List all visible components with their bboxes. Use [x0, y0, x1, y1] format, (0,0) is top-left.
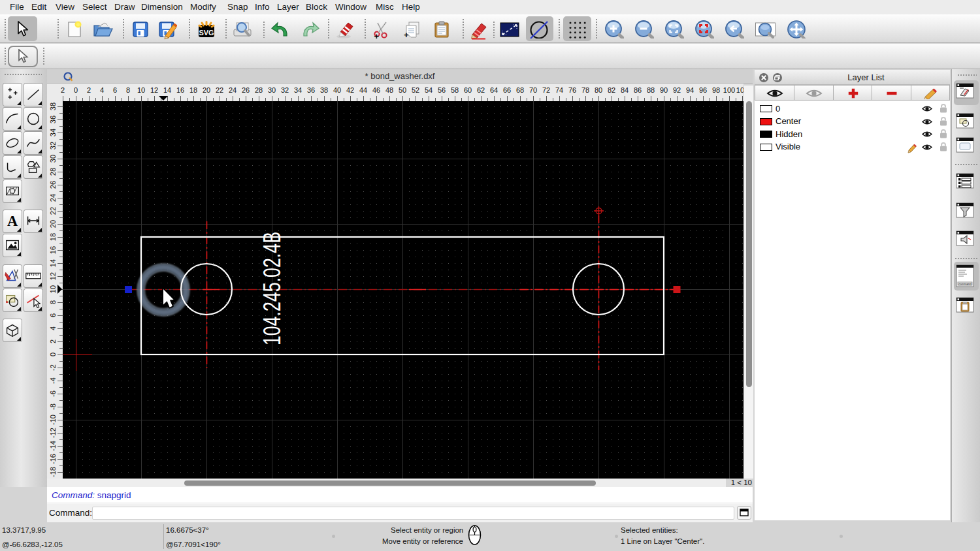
svg-text:+: +	[404, 30, 409, 39]
svg-text:4: 4	[100, 86, 104, 94]
svg-text:14: 14	[49, 259, 57, 267]
svg-text:42: 42	[346, 86, 354, 94]
svg-text:84: 84	[621, 86, 629, 94]
svg-text:78: 78	[581, 86, 589, 94]
svg-text:-6: -6	[49, 390, 57, 397]
svg-text:-4: -4	[49, 377, 57, 384]
svg-text:60: 60	[464, 86, 472, 94]
svg-text:28: 28	[255, 86, 263, 94]
svg-text:command: command	[958, 283, 972, 286]
svg-text:2: 2	[49, 339, 57, 343]
svg-text:82: 82	[608, 86, 615, 94]
svg-text:12: 12	[49, 272, 57, 280]
svg-text:18: 18	[49, 233, 57, 241]
svg-text:34: 34	[294, 86, 302, 94]
svg-text:6: 6	[49, 313, 57, 317]
svg-text:22: 22	[216, 86, 223, 94]
svg-text:32: 32	[281, 86, 289, 94]
svg-text:54: 54	[425, 86, 433, 94]
svg-text:28: 28	[49, 168, 57, 176]
svg-text:14: 14	[163, 86, 171, 94]
svg-text:4: 4	[49, 326, 57, 330]
svg-text:74: 74	[555, 86, 563, 94]
svg-text:48: 48	[385, 86, 393, 94]
svg-text:94: 94	[686, 86, 694, 94]
svg-text:30: 30	[49, 155, 57, 163]
svg-text:70: 70	[529, 86, 537, 94]
svg-text:38: 38	[320, 86, 328, 94]
svg-text:66: 66	[503, 86, 511, 94]
svg-text:32: 32	[49, 142, 57, 150]
svg-text:52: 52	[412, 86, 419, 94]
svg-text:-8: -8	[49, 403, 57, 410]
svg-text:8: 8	[49, 300, 57, 304]
svg-text:0: 0	[49, 353, 57, 356]
svg-text:62: 62	[477, 86, 485, 94]
svg-text:102: 102	[736, 86, 743, 94]
svg-text:80: 80	[595, 86, 602, 94]
svg-text:16: 16	[49, 246, 57, 254]
svg-text:34: 34	[49, 129, 57, 136]
svg-text:88: 88	[647, 86, 655, 94]
svg-text:18: 18	[189, 86, 197, 94]
svg-text:20: 20	[203, 86, 210, 94]
svg-text:22: 22	[49, 207, 57, 215]
svg-text:30: 30	[268, 86, 276, 94]
svg-text:36: 36	[49, 116, 57, 123]
svg-text:50: 50	[399, 86, 406, 94]
svg-text:46: 46	[372, 86, 380, 94]
svg-text:26: 26	[242, 86, 250, 94]
svg-text:-2: -2	[49, 364, 57, 371]
svg-text:-16: -16	[49, 454, 57, 464]
svg-text:-12: -12	[49, 428, 57, 438]
svg-text:12: 12	[150, 86, 158, 94]
svg-text:-10: -10	[49, 415, 57, 425]
svg-text:0: 0	[74, 86, 78, 94]
svg-text:90: 90	[660, 86, 668, 94]
svg-text:68: 68	[516, 86, 524, 94]
svg-text:56: 56	[438, 86, 446, 94]
svg-text:10: 10	[49, 285, 57, 293]
svg-text:36: 36	[307, 86, 315, 94]
svg-text:92: 92	[673, 86, 681, 94]
svg-text:2: 2	[61, 86, 65, 94]
svg-text:64: 64	[490, 86, 498, 94]
svg-text:2: 2	[87, 86, 91, 94]
svg-text:10: 10	[137, 86, 145, 94]
svg-text:26: 26	[49, 181, 57, 189]
svg-text:98: 98	[712, 86, 720, 94]
svg-text:76: 76	[568, 86, 576, 94]
svg-text:38: 38	[49, 102, 57, 110]
svg-text:16: 16	[176, 86, 184, 94]
svg-text:8: 8	[126, 86, 130, 94]
svg-text:20: 20	[49, 220, 57, 228]
svg-text:44: 44	[359, 86, 367, 94]
svg-text:58: 58	[451, 86, 459, 94]
svg-text:104.245.02.4B: 104.245.02.4B	[259, 232, 286, 345]
svg-text:40: 40	[333, 86, 341, 94]
svg-text:24: 24	[229, 86, 237, 94]
svg-text:-18: -18	[49, 467, 57, 477]
svg-text:24: 24	[49, 194, 57, 202]
svg-text:86: 86	[634, 86, 642, 94]
svg-text:72: 72	[542, 86, 550, 94]
svg-text:-14: -14	[49, 441, 57, 451]
svg-text:100: 100	[723, 86, 735, 94]
svg-text:SVG: SVG	[199, 29, 214, 37]
svg-text:+: +	[374, 31, 380, 39]
svg-text:A: A	[7, 213, 18, 230]
svg-text:6: 6	[113, 86, 117, 94]
svg-text:96: 96	[699, 86, 707, 94]
